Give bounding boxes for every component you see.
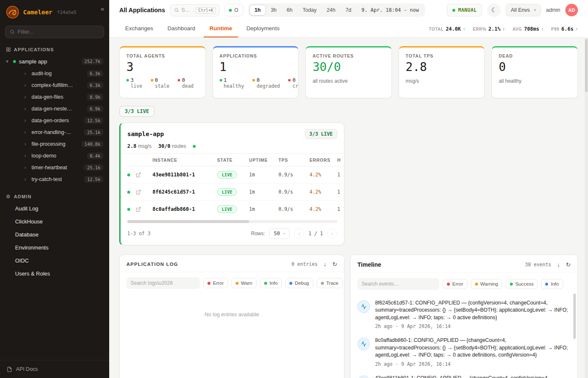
- chevron-right-icon: ›: [24, 106, 29, 112]
- panel-title: Timeline: [357, 261, 381, 268]
- api-docs-link[interactable]: API Docs: [0, 360, 109, 378]
- log-search-input[interactable]: [126, 277, 200, 289]
- refresh-icon[interactable]: ↻: [566, 262, 571, 268]
- instance-status-dot: [127, 191, 130, 194]
- count-badge: 6.9k: [87, 105, 103, 112]
- sidebar-item-clickhouse[interactable]: ClickHouse: [0, 215, 109, 228]
- log-filter-trace[interactable]: Trace: [317, 278, 343, 288]
- tree-item-error-handling[interactable]: ›error-handling-…25.1k: [0, 126, 109, 138]
- sidebar-filter[interactable]: [5, 26, 104, 38]
- avatar[interactable]: AD: [565, 4, 578, 16]
- log-filter-info[interactable]: Info: [260, 278, 282, 288]
- chevron-right-icon: ›: [24, 94, 29, 100]
- time-range-24h[interactable]: 24h: [322, 5, 341, 16]
- app-status-dot: [13, 60, 16, 63]
- topbar: All Applications S… Ctrl+K O 1h 3h 6h To…: [109, 0, 588, 20]
- collapse-sidebar-icon[interactable]: «: [101, 5, 104, 12]
- filter-input[interactable]: [18, 29, 100, 35]
- log-filter-error[interactable]: Error: [203, 278, 228, 288]
- arrow-up-icon: ↑: [463, 26, 465, 32]
- tree-item-loop-demo[interactable]: ›loop-demo8.4k: [0, 150, 109, 162]
- tab-exchanges[interactable]: Exchanges: [119, 20, 159, 37]
- external-link-icon[interactable]: [136, 189, 152, 195]
- arrow-up-icon: ↑: [576, 26, 578, 32]
- timeline-filter-info[interactable]: Info: [541, 279, 563, 289]
- agents-dead: 0dead: [178, 77, 194, 89]
- external-link-icon[interactable]: [136, 172, 152, 178]
- timeline-filter-error[interactable]: Error: [443, 279, 467, 289]
- timeline-scrollbar[interactable]: [573, 294, 576, 339]
- external-link-icon[interactable]: [136, 207, 152, 212]
- stat-card-applications: APPLICATIONS 1 1healthy 0degraded 0criti: [213, 46, 299, 98]
- time-range-3h[interactable]: 3h: [266, 5, 282, 16]
- table-row[interactable]: 43ee9811b801-1 LIVE 1m 0.9/s 4.2% 1: [127, 166, 344, 184]
- caret-down-icon: ▾: [284, 232, 286, 236]
- tab-dashboard[interactable]: Dashboard: [162, 20, 201, 37]
- download-icon[interactable]: ↓: [323, 261, 326, 267]
- dark-mode-toggle[interactable]: ☾: [487, 3, 501, 17]
- scrollbar-thumb[interactable]: [127, 220, 249, 223]
- log-filter-warn[interactable]: Warn: [231, 278, 257, 288]
- timeline-event[interactable]: 8c0affadb860-1: CONFIG_APPLIED — {change…: [357, 333, 570, 370]
- timeline-event[interactable]: 43ee9811b801-1: CONFIG_APPLIED — {change…: [357, 371, 570, 378]
- stat-cards-row: TOTAL AGENTS 3 3live 0stale 0dead APPLIC…: [119, 46, 578, 98]
- refresh-icon[interactable]: ↻: [332, 261, 337, 267]
- time-range-6h[interactable]: 6h: [282, 5, 298, 16]
- tree-item-data-gen-nested[interactable]: ›data-gen-neste…6.9k: [0, 103, 109, 115]
- sidebar-item-environments[interactable]: Environments: [0, 241, 109, 254]
- next-page-button[interactable]: ›: [327, 228, 337, 239]
- table-row[interactable]: 8c0affadb860-1 LIVE 1m 0.9/s 4.2% 1: [127, 201, 344, 218]
- search-icon: [10, 29, 15, 34]
- tree-item-data-gen-orders[interactable]: ›data-gen-orders12.5k: [0, 115, 109, 126]
- count-badge: 25.1k: [84, 129, 103, 136]
- sidebar-item-users-roles[interactable]: Users & Roles: [0, 267, 109, 280]
- health-dot: [193, 145, 196, 148]
- table-header: INSTANCE STATE UPTIME TPS ERRORS H: [127, 154, 344, 166]
- tree-item-timer-heartbeat[interactable]: ›timer-heartbeat25.1k: [0, 162, 109, 173]
- date-range-picker[interactable]: 9. Apr. 18:04 — now: [357, 7, 424, 13]
- global-search[interactable]: S… Ctrl+K: [170, 4, 220, 16]
- user-name: admin: [546, 7, 560, 13]
- sidebar-item-oidc[interactable]: OIDC: [0, 254, 109, 267]
- build-hash: f24a5e5: [57, 10, 76, 15]
- prev-page-button[interactable]: ‹: [294, 228, 304, 239]
- stat-total: TOTAL24.0K↑: [429, 26, 465, 32]
- time-range-1h[interactable]: 1h: [249, 5, 266, 16]
- log-filter-debug[interactable]: Debug: [285, 278, 313, 288]
- tree-item-try-catch-test[interactable]: ›try-catch-test12.5k: [0, 173, 109, 185]
- summary-stats: TOTAL24.0K↑ ERR%2.1%↑ AVG708ms↑ P996.6s↑: [429, 20, 578, 37]
- count-badge: 8.9k: [87, 94, 103, 100]
- timeline-event[interactable]: 8f6245c61d57-1: CONFIG_APPLIED — {config…: [357, 296, 570, 333]
- tree-item-sample-app[interactable]: ▾ sample app 252.7k: [0, 55, 109, 68]
- count-badge: 12.5k: [84, 117, 103, 124]
- table-row[interactable]: 8f6245c61d57-1 LIVE 1m 0.9/s 4.2% 1: [127, 184, 344, 201]
- download-icon[interactable]: ↓: [557, 262, 560, 268]
- page-scrollbar[interactable]: [585, 38, 588, 378]
- scrollbar-thumb[interactable]: [585, 39, 588, 92]
- timeline-search-input[interactable]: [357, 278, 439, 290]
- sidebar-item-database[interactable]: Database: [0, 228, 109, 241]
- manual-mode-button[interactable]: MANUAL: [447, 4, 483, 16]
- status-chip[interactable]: O: [225, 4, 243, 16]
- tab-runtime[interactable]: Runtime: [204, 20, 238, 37]
- tree-item-data-gen-files[interactable]: ›data-gen-files8.9k: [0, 91, 109, 103]
- arrow-up-icon: ↑: [503, 26, 505, 32]
- rows-per-page-select[interactable]: 50 ▾: [269, 228, 290, 239]
- caret-down-icon: ▾: [534, 8, 536, 12]
- timeline-events: 8f6245c61d57-1: CONFIG_APPLIED — {config…: [351, 295, 578, 378]
- tree-item-file-processing[interactable]: ›file-processing140.8k: [0, 138, 109, 150]
- sidebar-item-audit-log[interactable]: Audit Log: [0, 202, 109, 215]
- time-range-7d[interactable]: 7d: [341, 5, 357, 16]
- tab-deployments[interactable]: Deployments: [241, 20, 286, 37]
- application-metrics: 2.8msg/s 30/0routes: [121, 143, 344, 154]
- tree-item-complex-fulfillment[interactable]: ›complex-fulfillm…6.3k: [0, 79, 109, 91]
- tree-item-audit-log[interactable]: ›audit-log6.3k: [0, 68, 109, 79]
- stat-err: ERR%2.1%↑: [473, 26, 505, 32]
- time-range-today[interactable]: Today: [297, 5, 321, 16]
- agents-live: 3live: [126, 77, 142, 89]
- timeline-filter-success[interactable]: Success: [506, 279, 538, 289]
- horizontal-scrollbar[interactable]: [127, 220, 337, 223]
- environments-dropdown[interactable]: All Envs ▾: [506, 4, 541, 16]
- timeline-filter-warning[interactable]: Warning: [471, 279, 502, 289]
- stat-p99: P996.6s↑: [551, 26, 578, 32]
